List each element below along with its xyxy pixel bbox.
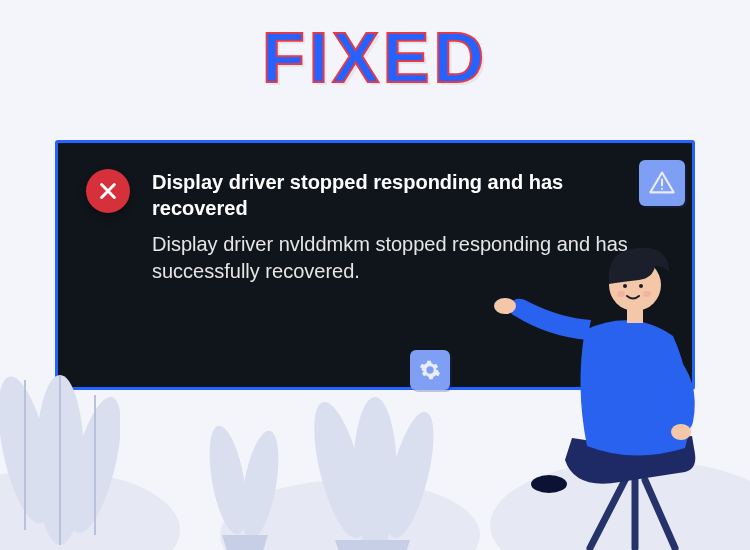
svg-line-15	[590, 480, 625, 548]
svg-point-13	[353, 397, 397, 550]
svg-point-3	[661, 188, 663, 190]
error-x-icon	[86, 169, 130, 213]
decor-ground	[220, 480, 480, 550]
decor-person	[475, 210, 735, 550]
decor-ground	[0, 470, 180, 550]
gear-icon	[410, 350, 450, 390]
decor-plant	[200, 400, 290, 550]
svg-point-11	[235, 428, 286, 542]
decor-plant	[300, 370, 440, 550]
svg-point-12	[304, 397, 377, 543]
svg-point-18	[531, 475, 567, 493]
svg-point-6	[59, 392, 120, 538]
svg-point-4	[0, 372, 62, 528]
warning-triangle-icon	[639, 160, 685, 206]
svg-point-20	[671, 424, 691, 440]
svg-point-5	[36, 375, 84, 545]
svg-point-10	[203, 423, 254, 537]
svg-point-23	[623, 284, 627, 288]
svg-line-16	[645, 480, 675, 548]
svg-point-14	[377, 408, 440, 543]
headline-fixed: FIXED	[0, 18, 750, 98]
svg-point-24	[639, 284, 643, 288]
svg-point-25	[617, 291, 625, 297]
svg-point-19	[494, 298, 516, 314]
svg-point-26	[643, 291, 651, 297]
